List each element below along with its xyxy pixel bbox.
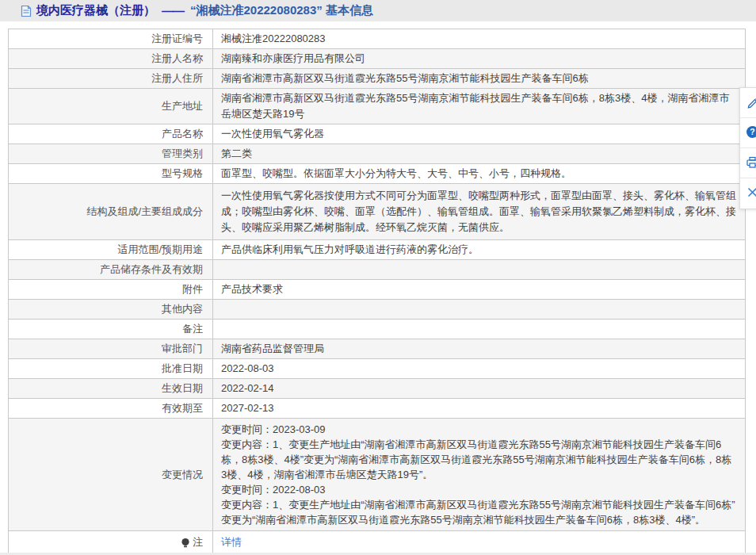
row-label: 生效日期	[9, 379, 213, 398]
row-value: 2022-08-03	[213, 359, 745, 378]
bulb-icon	[181, 538, 190, 549]
help-button[interactable]: ?	[740, 118, 756, 148]
table-row: 适用范围/预期用途产品供临床利用氧气压力对呼吸道进行药液的雾化治疗。	[9, 240, 745, 260]
row-label: 变更情况	[9, 419, 213, 530]
row-label: 批准日期	[9, 359, 213, 378]
row-label: 注册人住所	[9, 69, 213, 88]
row-label: 结构及组成/主要组成成分	[9, 184, 213, 239]
row-value: 一次性使用氧气雾化器	[213, 124, 745, 144]
row-label: 型号规格	[9, 164, 213, 183]
row-label: 审批部门	[9, 339, 213, 358]
change-record-line: 变更内容：1、变更生产地址由“湖南省湘潭市高新区双马街道霞光东路55号湖南京湘节…	[221, 497, 737, 527]
row-value: 湖南省湘潭市高新区双马街道霞光东路55号湖南京湘节能科技园生产装备车间6栋，8栋…	[213, 89, 745, 124]
row-label: 产品储存条件及有效期	[9, 260, 213, 279]
row-value: 面罩型、咬嘴型。依据面罩大小分为特大号、大号、中号、小号，四种规格。	[213, 164, 745, 183]
registration-info-table: 注册证编号湘械注准20222080283注册人名称湖南臻和亦康医疗用品有限公司注…	[8, 29, 746, 553]
table-row: 型号规格面罩型、咬嘴型。依据面罩大小分为特大号、大号、中号、小号，四种规格。	[9, 164, 745, 184]
row-label: 有效期至	[9, 399, 213, 418]
change-record-line: 变更时间：2022-08-03	[221, 482, 737, 497]
help-icon: ?	[746, 125, 756, 141]
table-row: 管理类别第二类	[9, 144, 745, 164]
close-icon	[746, 186, 756, 201]
edit-button[interactable]	[740, 88, 756, 118]
row-value: 详情	[213, 531, 745, 553]
document-icon	[21, 5, 32, 17]
row-label: 其他内容	[9, 300, 213, 319]
row-value: 湖南臻和亦康医疗用品有限公司	[213, 49, 745, 68]
row-label: 注册人名称	[9, 49, 213, 68]
row-value: 湖南省药品监督管理局	[213, 339, 745, 358]
change-record-line: 变更时间：2023-03-09	[221, 422, 737, 437]
row-label: 管理类别	[9, 144, 213, 163]
table-row: 生效日期2022-02-14	[9, 379, 745, 399]
row-value	[213, 260, 745, 279]
edit-icon	[746, 95, 756, 111]
row-label: 注册证编号	[9, 29, 213, 48]
row-label: 产品名称	[9, 124, 213, 144]
row-value	[213, 320, 745, 339]
table-row: 审批部门湖南省药品监督管理局	[9, 339, 745, 359]
row-value: 湘械注准20222080283	[213, 29, 745, 48]
row-value: 湖南省湘潭市高新区双马街道霞光东路55号湖南京湘节能科技园生产装备车间6栋	[213, 69, 745, 88]
page-title-prefix: 境内医疗器械（注册）	[36, 3, 155, 18]
change-record-line: 变更内容：1、变更生产地址由“湖南省湘潭市高新区双马街道霞光东路55号湖南京湘节…	[221, 437, 737, 482]
table-row: 注册证编号湘械注准20222080283	[9, 29, 745, 49]
row-value	[213, 300, 745, 319]
page-title-dash: ——	[162, 4, 184, 17]
detail-link[interactable]: 详情	[221, 534, 242, 550]
print-button[interactable]	[740, 148, 756, 178]
floating-toolbar: ?	[739, 87, 756, 209]
row-label: 生产地址	[9, 89, 213, 124]
row-label: 备注	[9, 320, 213, 339]
row-value: 产品技术要求	[213, 280, 745, 299]
close-button[interactable]	[740, 178, 756, 209]
table-row: 有效期至2027-02-13	[9, 399, 745, 419]
table-row: 其他内容	[9, 300, 745, 320]
page-header: 境内医疗器械（注册） —— “湘械注准20222080283” 基本信息	[0, 0, 756, 21]
row-value: 产品供临床利用氧气压力对呼吸道进行药液的雾化治疗。	[213, 240, 745, 259]
table-row: 产品名称一次性使用氧气雾化器	[9, 124, 745, 144]
table-row: 注册人住所湖南省湘潭市高新区双马街道霞光东路55号湖南京湘节能科技园生产装备车间…	[9, 69, 745, 89]
row-label: 附件	[9, 280, 213, 299]
row-value: 2022-02-14	[213, 379, 745, 398]
table-row: 备注	[9, 320, 745, 339]
table-row: 注册人名称湖南臻和亦康医疗用品有限公司	[9, 49, 745, 69]
table-row: 结构及组成/主要组成成分一次性使用氧气雾化器按使用方式不同可分为面罩型、咬嘴型两…	[9, 184, 745, 240]
row-value: 第二类	[213, 144, 745, 163]
table-row: 生产地址湖南省湘潭市高新区双马街道霞光东路55号湖南京湘节能科技园生产装备车间6…	[9, 89, 745, 124]
row-value: 变更时间：2023-03-09变更内容：1、变更生产地址由“湖南省湘潭市高新区双…	[213, 419, 745, 530]
table-row: 注详情	[9, 531, 745, 553]
svg-text:?: ?	[750, 127, 754, 136]
table-row: 变更情况变更时间：2023-03-09变更内容：1、变更生产地址由“湖南省湘潭市…	[9, 419, 745, 531]
table-row: 批准日期2022-08-03	[9, 359, 745, 379]
row-value: 2027-02-13	[213, 399, 745, 418]
print-icon	[746, 155, 756, 171]
row-value: 一次性使用氧气雾化器按使用方式不同可分为面罩型、咬嘴型两种形式，面罩型由面罩、接…	[213, 184, 745, 239]
row-label: 注	[9, 531, 213, 553]
row-label: 适用范围/预期用途	[9, 240, 213, 259]
page-title-main: “湘械注准20222080283” 基本信息	[190, 3, 373, 18]
table-row: 附件产品技术要求	[9, 280, 745, 300]
table-row: 产品储存条件及有效期	[9, 260, 745, 280]
